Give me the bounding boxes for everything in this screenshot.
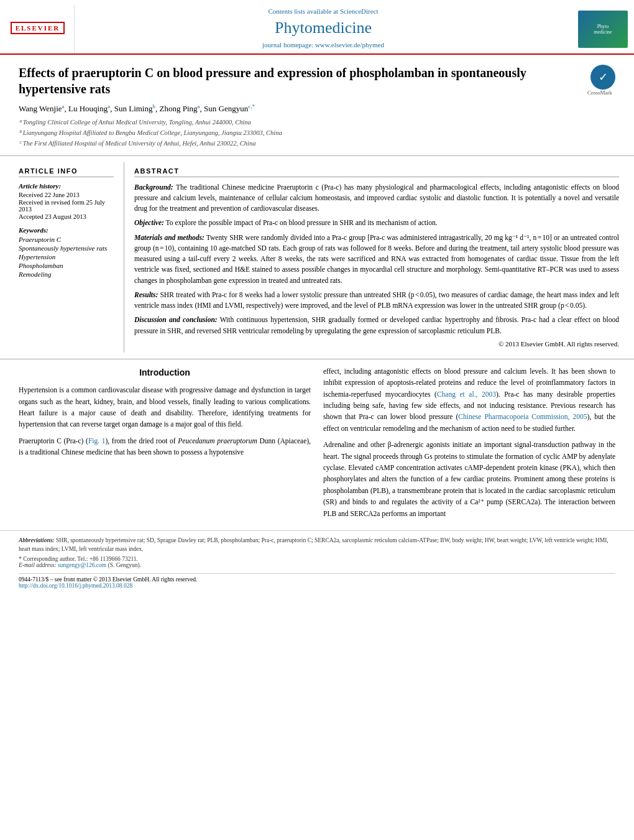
chinese-pharma-ref[interactable]: Chinese Pharmacopoeia Commission, 2005: [458, 413, 587, 420]
chang2003-ref[interactable]: Chang et al., 2003: [437, 390, 496, 398]
journal-header-center: Contents lists available at ScienceDirec…: [75, 5, 572, 53]
received-date: Received 22 June 2013: [19, 192, 114, 198]
affiliations: ᵃ Tongling Clinical College of Anhui Med…: [19, 118, 578, 148]
page-header: ELSEVIER Contents lists available at Sci…: [0, 0, 634, 55]
crossmark-area: ✓ CrossMark: [584, 68, 615, 96]
abbreviations-text: Abbreviations: SHR, spontaneously hypert…: [19, 536, 615, 554]
journal-logo-area: Phytomedicine: [572, 5, 634, 53]
homepage-link[interactable]: www.elsevier.de/phymed: [315, 41, 384, 48]
keywords-list: Praeruptorin C Spontaneously hypertensiv…: [19, 236, 114, 278]
footer-doi[interactable]: http://dx.doi.org/10.1016/j.phymed.2013.…: [19, 583, 615, 589]
article-history-label: Article history:: [19, 182, 114, 190]
keyword-5: Remodeling: [19, 270, 114, 278]
journal-title: Phytomedicine: [275, 19, 372, 37]
article-info-heading: ARTICLE INFO: [19, 167, 114, 177]
intro-para-1: Hypertension is a common cardiovascular …: [19, 384, 311, 430]
contents-available-text: Contents lists available at ScienceDirec…: [268, 7, 378, 15]
abstract-panel: ABSTRACT Background: The traditional Chi…: [124, 162, 634, 353]
footer-copyright-text: 0944-7113/$ – see front matter © 2013 El…: [19, 576, 615, 583]
affiliation-c: ᶜ The First Affiliated Hospital of Medic…: [19, 139, 578, 149]
abstract-results: Results: SHR treated with Pra-c for 8 we…: [134, 290, 619, 312]
article-info-abstract-section: ARTICLE INFO Article history: Received 2…: [0, 156, 634, 359]
keyword-1: Praeruptorin C: [19, 236, 114, 243]
email-line: E-mail address: sungengy@126.com (S. Gen…: [19, 562, 615, 568]
revised-date: Received in revised form 25 July 2013: [19, 199, 114, 213]
elsevier-branding: ELSEVIER: [0, 5, 75, 53]
sciencedirect-link[interactable]: ScienceDirect: [340, 7, 379, 15]
footer: Abbreviations: SHR, spontaneously hypert…: [0, 530, 634, 593]
keywords-label: Keywords:: [19, 226, 114, 234]
abstract-objective: Objective: To explore the possible impac…: [134, 218, 619, 228]
abstract-methods: Materials and methods: Twenty SHR were r…: [134, 233, 619, 286]
phytomedicine-logo: Phytomedicine: [578, 11, 628, 48]
affiliation-b: ᵇ Lianyungang Hospital Affiliated to Ben…: [19, 128, 578, 138]
title-authors-block: Effects of praeruptorin C on blood press…: [19, 65, 578, 149]
elsevier-logo: ELSEVIER: [11, 22, 65, 34]
authors-line: Wang Wenjiea, Lu Houqinga, Sun Limingb, …: [19, 103, 578, 114]
keywords-section: Keywords: Praeruptorin C Spontaneously h…: [19, 226, 114, 278]
corresponding-author: * Corresponding author. Tel.: +86 113966…: [19, 556, 615, 568]
fig1-link[interactable]: Fig. 1: [88, 437, 106, 445]
abstract-background: Background: The traditional Chinese medi…: [134, 182, 619, 215]
abstract-discussion: Discussion and conclusion: With continuo…: [134, 315, 619, 336]
accepted-date: Accepted 23 August 2013: [19, 213, 114, 220]
keyword-3: Hypertension: [19, 253, 114, 261]
right-para-1: effect, including antagonistic effects o…: [323, 366, 615, 434]
email-link[interactable]: sungengy@126.com: [58, 562, 106, 568]
copyright-notice: © 2013 Elsevier GmbH. All rights reserve…: [134, 340, 619, 348]
body-right-column: effect, including antagonistic effects o…: [323, 366, 615, 524]
introduction-heading: Introduction: [19, 366, 311, 379]
body-left-column: Introduction Hypertension is a common ca…: [19, 366, 311, 524]
crossmark-icon[interactable]: ✓: [590, 65, 615, 90]
keyword-4: Phospholamban: [19, 262, 114, 269]
keyword-2: Spontaneously hypertensive rats: [19, 244, 114, 252]
abbreviations-block: Abbreviations: SHR, spontaneously hypert…: [19, 536, 615, 554]
article-info-panel: ARTICLE INFO Article history: Received 2…: [0, 162, 124, 353]
article-header: Effects of praeruptorin C on blood press…: [0, 55, 634, 156]
corresponding-tel: * Corresponding author. Tel.: +86 113966…: [19, 556, 615, 562]
right-para-2: Adrenaline and other β-adrenergic agonis…: [323, 439, 615, 519]
copyright-footer: 0944-7113/$ – see front matter © 2013 El…: [19, 573, 615, 589]
main-body: Introduction Hypertension is a common ca…: [0, 359, 634, 530]
journal-homepage: journal homepage: www.elsevier.de/phymed: [262, 41, 384, 48]
article-title: Effects of praeruptorin C on blood press…: [19, 65, 528, 97]
affiliation-a: ᵃ Tongling Clinical College of Anhui Med…: [19, 118, 578, 127]
intro-para-2: Praeruptorin C (Pra-c) (Fig. 1), from th…: [19, 435, 311, 458]
abstract-heading: ABSTRACT: [134, 167, 619, 177]
